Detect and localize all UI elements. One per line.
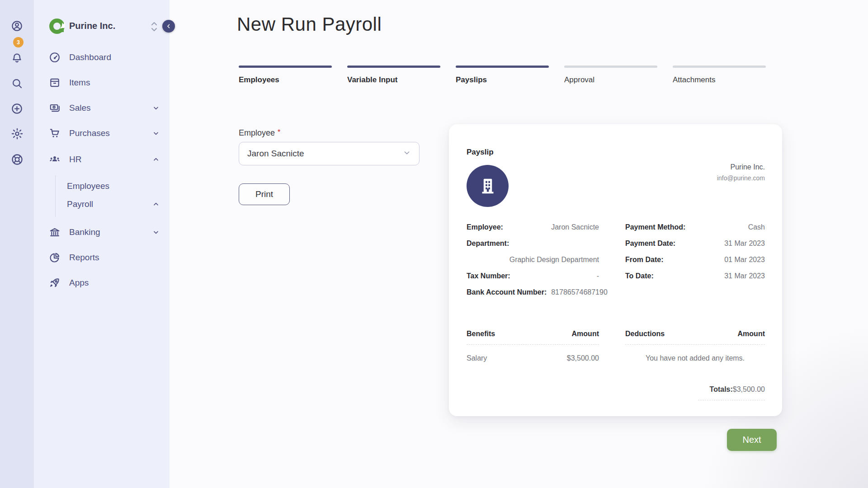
step-tab-approval[interactable]: Approval [564, 66, 657, 84]
chevron-up-icon [152, 201, 160, 208]
company-logo-icon[interactable] [49, 18, 65, 34]
benefits-amount-header: Amount [572, 330, 599, 338]
deductions-amount-header: Amount [738, 330, 765, 338]
sidebar-item-payroll[interactable]: Payroll [34, 195, 170, 213]
chevron-up-icon [152, 156, 160, 163]
sidebar-item-label: Dashboard [69, 52, 111, 62]
sidebar-item-sales[interactable]: Sales [34, 97, 170, 119]
banking-bank-icon [49, 226, 61, 238]
sidebar-header: Purine Inc. [34, 14, 170, 39]
stepper: Employees Variable Input Payslips Approv… [239, 66, 766, 84]
benefits-table: Benefits Amount Salary $3,500.00 [467, 330, 599, 362]
deductions-header: Deductions [625, 330, 665, 338]
step-label: Employees [239, 75, 332, 84]
apps-rocket-icon [49, 277, 61, 289]
dashboard-icon [49, 52, 61, 63]
detail-row-department-value: Graphic Design Department [467, 256, 599, 272]
sidebar-item-apps[interactable]: Apps [34, 272, 170, 294]
sidebar-item-label: Sales [69, 103, 91, 113]
add-icon[interactable] [11, 102, 24, 115]
next-button[interactable]: Next [727, 429, 777, 451]
employee-select[interactable]: Jaron Sacnicte [239, 142, 420, 165]
account-icon[interactable] [11, 19, 24, 32]
sidebar-item-label: HR [69, 155, 81, 164]
employee-select-value: Jaron Sacnicte [247, 149, 304, 159]
detail-row-employee: Employee: Jaron Sacnicte [467, 223, 599, 239]
detail-row-tax-number: Tax Number: - [467, 272, 599, 288]
detail-row-department: Department: [467, 239, 599, 256]
step-bar [347, 66, 440, 68]
sidebar-item-purchases[interactable]: Purchases [34, 122, 170, 144]
payslip-card-title: Payslip [467, 148, 494, 157]
totals-divider [698, 400, 765, 400]
sidebar-item-label: Purchases [69, 128, 110, 138]
support-wheel-icon[interactable] [11, 153, 24, 166]
detail-row-from-date: From Date: 01 Mar 2023 [625, 256, 765, 272]
sidebar-item-label: Reports [69, 253, 99, 263]
totals-label: Totals: [710, 385, 733, 393]
employee-field-label: Employee* [239, 128, 280, 138]
reports-pie-icon [49, 252, 61, 263]
app-window: 3 Purine Inc. [0, 0, 868, 488]
payslip-company-email: info@purine.com [717, 174, 765, 182]
sidebar-item-banking[interactable]: Banking [34, 221, 170, 243]
settings-gear-icon[interactable] [11, 127, 24, 140]
sidebar-item-hr[interactable]: HR [34, 149, 170, 170]
items-box-icon [49, 77, 61, 89]
sidebar-item-reports[interactable]: Reports [34, 247, 170, 268]
step-tab-variable-input[interactable]: Variable Input [347, 66, 440, 84]
chevron-down-icon [403, 149, 411, 159]
hr-people-icon [49, 154, 61, 165]
step-bar [239, 66, 332, 68]
step-label: Approval [564, 75, 657, 84]
chevron-down-icon [152, 104, 160, 112]
step-label: Variable Input [347, 75, 440, 84]
payslip-card: Payslip Purine Inc. info@purine.com [449, 124, 782, 416]
main-content: New Run Payroll Employees Variable Input… [170, 0, 868, 488]
detail-row-bank-account: Bank Account Number: 81786574687190 [467, 288, 599, 305]
deductions-table: Deductions Amount You have not added any… [625, 330, 765, 362]
company-name: Purine Inc. [69, 21, 115, 31]
sidebar-item-employees[interactable]: Employees [34, 177, 170, 195]
print-button[interactable]: Print [239, 183, 290, 205]
sidebar-collapse-button[interactable] [162, 20, 175, 33]
company-info: Purine Inc. info@purine.com [717, 163, 765, 182]
detail-row-payment-method: Payment Method: Cash [625, 223, 765, 239]
chevron-down-icon [152, 130, 160, 137]
sidebar-item-items[interactable]: Items [34, 72, 170, 94]
sidebar-item-label: Banking [69, 227, 100, 237]
notifications-bell-icon[interactable] [11, 52, 24, 64]
step-bar [673, 66, 766, 68]
totals-value: $3,500.00 [733, 385, 765, 393]
sidebar-item-label: Apps [69, 278, 89, 288]
step-bar [564, 66, 657, 68]
detail-row-payment-date: Payment Date: 31 Mar 2023 [625, 239, 765, 256]
required-asterisk: * [278, 128, 280, 136]
purchases-cart-icon [49, 127, 61, 139]
company-switcher-icon[interactable] [151, 20, 158, 33]
sidebar-item-label: Items [69, 78, 90, 88]
icon-rail: 3 [0, 0, 34, 488]
company-building-icon [467, 165, 509, 207]
step-label: Attachments [673, 75, 766, 84]
chevron-down-icon [152, 229, 160, 236]
benefits-header: Benefits [467, 330, 495, 338]
notification-badge: 3 [13, 37, 24, 47]
page-title: New Run Payroll [237, 14, 382, 35]
sales-cash-icon [49, 102, 61, 114]
deductions-empty-message: You have not added any items. [625, 354, 765, 362]
payslip-company-name: Purine Inc. [717, 163, 765, 171]
step-tab-employees[interactable]: Employees [239, 66, 332, 84]
step-tab-attachments[interactable]: Attachments [673, 66, 766, 84]
benefits-row-salary: Salary $3,500.00 [467, 354, 599, 362]
sidebar-subitem-label: Employees [67, 181, 109, 191]
step-label: Payslips [456, 75, 549, 84]
sidebar-subitem-label: Payroll [67, 199, 93, 209]
step-tab-payslips[interactable]: Payslips [456, 66, 549, 84]
step-bar [456, 66, 549, 68]
sidebar: Purine Inc. Dashboard Items Sales [34, 0, 170, 488]
sidebar-item-dashboard[interactable]: Dashboard [34, 47, 170, 68]
search-icon[interactable] [11, 77, 24, 89]
payslip-totals: Totals:$3,500.00 [698, 385, 765, 400]
detail-row-to-date: To Date: 31 Mar 2023 [625, 272, 765, 288]
